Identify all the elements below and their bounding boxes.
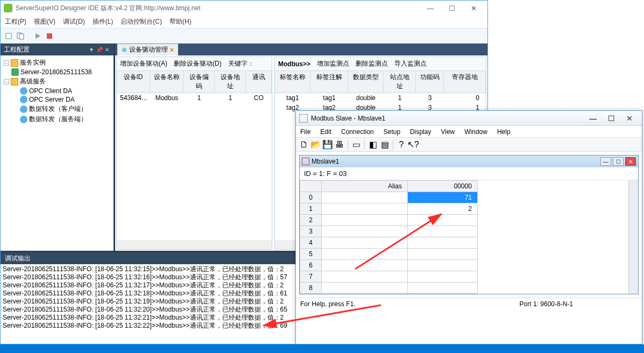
- doc-close-button[interactable]: ✕: [625, 157, 636, 166]
- menu-project[interactable]: 工程(P): [5, 17, 26, 26]
- tree-root-advanced[interactable]: -高级服务: [2, 76, 112, 87]
- slave-id-line: ID = 1: F = 03: [300, 167, 638, 180]
- menu-file[interactable]: File: [300, 128, 310, 136]
- panel-pin-icon[interactable]: 📌: [95, 47, 104, 53]
- tree-item[interactable]: OPC Server DA: [2, 95, 112, 104]
- minimize-button[interactable]: —: [420, 2, 441, 14]
- list-icon[interactable]: ▤: [380, 140, 390, 150]
- menu-help[interactable]: 帮助(H): [169, 17, 192, 26]
- new-icon[interactable]: [4, 31, 13, 41]
- slave-doc-titlebar[interactable]: Mbslave1 — ☐ ✕: [300, 156, 638, 167]
- table-row[interactable]: 4: [300, 237, 478, 249]
- whatsthis-icon[interactable]: ↖?: [408, 140, 418, 150]
- svg-marker-3: [36, 33, 40, 39]
- slave-doc-title-text: Mbslave1: [312, 158, 339, 165]
- ide-title-text: ServerSuperIO Designer IDE 版本:v4.2 官网:ht…: [16, 4, 200, 13]
- menu-help[interactable]: Help: [497, 128, 511, 136]
- btn-add-tag[interactable]: 增加监测点: [317, 59, 349, 68]
- vertical-scrollbar[interactable]: [628, 180, 638, 294]
- slave-statusbar: For Help, press F1. Port 1: 9600-8-N-1: [296, 298, 642, 309]
- tag-grid-row[interactable]: tag1 tag1 double 1 3 0: [275, 93, 486, 103]
- menu-setup[interactable]: Setup: [384, 128, 400, 136]
- grid-scrollbar[interactable]: [117, 241, 272, 249]
- table-row[interactable]: 071: [300, 192, 478, 203]
- menu-view[interactable]: 视图(V): [34, 17, 55, 26]
- table-row[interactable]: 7: [300, 271, 478, 283]
- maximize-button[interactable]: ☐: [441, 2, 463, 14]
- ide-menubar: 工程(P) 视图(V) 调试(D) 插件(L) 启动控制台(C) 帮助(H): [1, 16, 487, 29]
- table-row[interactable]: 2: [300, 215, 478, 226]
- device-grid-header: 设备ID 设备名称 设备编码 设备地址 通讯: [117, 71, 272, 93]
- maximize-button[interactable]: ☐: [602, 114, 620, 123]
- tab-bar: ✲ 设备驱动管理 ×: [115, 44, 487, 55]
- new-icon[interactable]: 🗋: [299, 140, 309, 150]
- doc-icon: [302, 158, 309, 165]
- tree-root-services[interactable]: -服务实例: [2, 58, 112, 68]
- tree-item[interactable]: OPC Client DA: [2, 87, 112, 95]
- table-row[interactable]: 6: [300, 260, 478, 271]
- menu-view[interactable]: View: [441, 128, 455, 136]
- open-icon[interactable]: 📂: [311, 140, 321, 150]
- slave-toolbar: 🗋 📂 💾 🖶 ▭ ◧ ▤ ? ↖?: [296, 138, 642, 152]
- stop-icon[interactable]: [45, 31, 54, 41]
- play-icon[interactable]: [33, 31, 43, 41]
- tag-grid-header: 标签名称 标签注解 数据类型 站点地址 功能码 寄存器地: [275, 71, 486, 93]
- col-head[interactable]: [300, 181, 322, 192]
- minimize-button[interactable]: —: [584, 114, 602, 123]
- print-icon[interactable]: 🖶: [335, 140, 344, 150]
- label-keyword: 关键字：: [228, 59, 254, 68]
- ide-titlebar[interactable]: ServerSuperIO Designer IDE 版本:v4.2 官网:ht…: [1, 1, 487, 16]
- menu-debug[interactable]: 调试(D): [63, 17, 85, 26]
- col-head-value[interactable]: 00000: [408, 181, 478, 192]
- table-row[interactable]: 12: [300, 203, 478, 215]
- slave-titlebar[interactable]: Modbus Slave - Mbslave1 — ☐ ✕: [296, 111, 642, 126]
- doc-minimize-button[interactable]: —: [600, 157, 611, 166]
- doc-maximize-button[interactable]: ☐: [613, 157, 624, 166]
- menu-edit[interactable]: Edit: [320, 128, 331, 136]
- slave-document: Mbslave1 — ☐ ✕ ID = 1: F = 03 Alias 0000…: [299, 155, 639, 294]
- tab-device-driver[interactable]: ✲ 设备驱动管理 ×: [117, 44, 178, 55]
- taskbar[interactable]: [0, 344, 644, 353]
- project-tree: -服务实例 Server-20180625111538 -高级服务 OPC Cl…: [1, 55, 114, 251]
- form-icon[interactable]: ◧: [368, 140, 378, 150]
- svg-rect-4: [47, 33, 52, 39]
- device-grid-row[interactable]: 543684... Modbus 1 1 CO: [117, 93, 272, 103]
- btn-add-device[interactable]: 增加设备驱动(A): [120, 59, 167, 68]
- app-icon: [4, 4, 12, 12]
- selected-cell: 71: [408, 192, 478, 203]
- panel-dropdown-icon[interactable]: ▼: [88, 47, 95, 53]
- menu-plugin[interactable]: 插件(L): [93, 17, 114, 26]
- gear-icon: ✲: [122, 46, 127, 54]
- menu-window[interactable]: Window: [464, 128, 487, 136]
- menu-connection[interactable]: Connection: [341, 128, 374, 136]
- ide-toolbar: [1, 29, 487, 44]
- tab-close-icon[interactable]: ×: [170, 46, 174, 54]
- col-head-alias[interactable]: Alias: [322, 181, 408, 192]
- table-row[interactable]: 8: [300, 283, 478, 294]
- btn-del-tag[interactable]: 删除监测点: [356, 59, 388, 68]
- status-port: Port 1: 9600-8-N-1: [520, 300, 573, 308]
- panel-close-icon[interactable]: ✕: [104, 47, 110, 53]
- panel-header[interactable]: 工程配置 ▼ 📌 ✕: [1, 44, 114, 55]
- table-row[interactable]: 3: [300, 226, 478, 237]
- btn-import-tag[interactable]: 导入监测点: [394, 59, 427, 68]
- copy-icon[interactable]: [16, 31, 25, 41]
- panel-title: 工程配置: [4, 45, 30, 54]
- tree-item[interactable]: 数据转发（客户端）: [2, 104, 112, 114]
- modbus-slave-window: Modbus Slave - Mbslave1 — ☐ ✕ File Edit …: [295, 110, 642, 344]
- close-button[interactable]: ✕: [620, 114, 639, 123]
- table-row[interactable]: 5: [300, 249, 478, 260]
- window-icon[interactable]: ▭: [351, 140, 361, 150]
- svg-rect-0: [6, 33, 11, 39]
- close-button[interactable]: ✕: [463, 2, 484, 14]
- help-icon[interactable]: ?: [397, 140, 406, 150]
- breadcrumb-device: Modbus>>: [278, 60, 310, 68]
- tree-item[interactable]: 数据转发（服务端）: [2, 114, 112, 124]
- slave-app-icon: [299, 114, 308, 123]
- btn-del-device[interactable]: 删除设备驱动(D): [174, 59, 222, 68]
- menu-console[interactable]: 启动控制台(C): [121, 17, 162, 26]
- tree-item-server[interactable]: Server-20180625111538: [2, 68, 112, 76]
- save-icon[interactable]: 💾: [323, 140, 332, 150]
- menu-display[interactable]: Display: [410, 128, 431, 136]
- slave-register-table: Alias 00000 071 12 2 3 4 5 6 7 8: [300, 180, 478, 294]
